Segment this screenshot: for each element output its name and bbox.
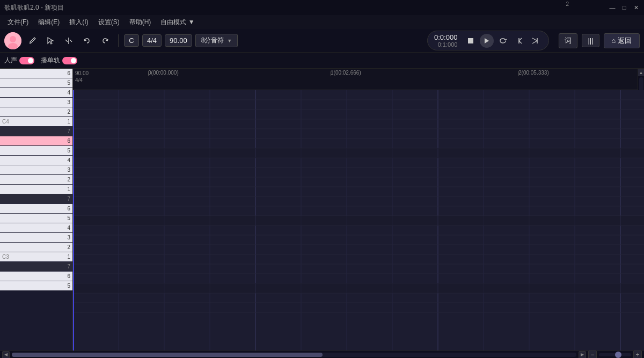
- vocal-button[interactable]: |||: [582, 34, 599, 47]
- piano-key[interactable]: 7: [0, 127, 72, 136]
- note-grid-wrapper[interactable]: [73, 90, 644, 350]
- close-button[interactable]: ✕: [632, 4, 640, 11]
- time-signature[interactable]: 4/4: [142, 34, 162, 47]
- scroll-thumb[interactable]: [12, 353, 323, 357]
- ruler-mark-1: 1(00:02.666): [331, 69, 361, 76]
- ruler-tempo: 90.00: [75, 70, 89, 77]
- svg-point-2: [8, 43, 18, 49]
- voice-track-label: 人声: [4, 56, 34, 65]
- ruler-timesig: 4/4: [75, 77, 89, 84]
- instrument-track-toggle[interactable]: [62, 57, 77, 64]
- transport-section: 0:0:000 0:1:000: [427, 31, 549, 50]
- svg-line-5: [65, 40, 68, 42]
- piano-key[interactable]: 7: [0, 262, 72, 272]
- piano-key[interactable]: 6: [0, 69, 72, 78]
- piano-key[interactable]: 5: [0, 78, 72, 88]
- key-display[interactable]: C: [124, 34, 139, 47]
- piano-key[interactable]: 3: [0, 233, 72, 243]
- avatar[interactable]: [4, 32, 21, 49]
- menu-freemode[interactable]: 自由模式 ▼: [156, 17, 199, 28]
- svg-line-13: [532, 38, 537, 41]
- track-header: 人声 播单轨: [0, 53, 644, 69]
- time-main: 0:0:000: [434, 33, 457, 41]
- piano-key[interactable]: 1: [0, 185, 72, 194]
- piano-key[interactable]: 2: [0, 243, 72, 252]
- scroll-left-button[interactable]: ◀: [2, 351, 10, 359]
- split-tool-button[interactable]: [61, 33, 76, 48]
- piano-key[interactable]: 3: [0, 98, 72, 107]
- lyrics-button[interactable]: 词: [559, 33, 577, 48]
- note-type-dropdown-arrow: ▼: [227, 38, 232, 43]
- undo-button[interactable]: [79, 33, 94, 48]
- piano-key[interactable]: 4: [0, 156, 72, 165]
- app-title: 歌叽歌叽2.0 - 新项目: [4, 3, 64, 12]
- menu-settings[interactable]: 设置(S): [94, 17, 124, 28]
- zoom-slider-thumb[interactable]: [615, 352, 621, 358]
- zoom-slider[interactable]: [599, 353, 631, 356]
- piano-key[interactable]: 4: [0, 88, 72, 98]
- svg-point-1: [10, 36, 16, 42]
- zoom-out-button[interactable]: −: [588, 350, 597, 359]
- time-sub: 0:1:000: [438, 41, 458, 48]
- main-content: 人声 播单轨 6 5 4 3 2 C4 1 7: [0, 53, 644, 358]
- return-button[interactable]: ⌂ 返回: [604, 33, 640, 48]
- piano-keys: 6 5 4 3 2 C4 1 7 6 5 4 3 2 1 7 6: [0, 69, 73, 350]
- maximize-button[interactable]: □: [620, 4, 628, 11]
- voice-track-toggle[interactable]: [19, 57, 34, 64]
- menu-edit[interactable]: 编辑(E): [34, 17, 64, 28]
- zoom-control: − +: [588, 350, 642, 359]
- horizontal-scrollbar: ◀ ▶ − +: [0, 350, 644, 358]
- tempo-display[interactable]: 90.00: [165, 34, 192, 47]
- menu-file[interactable]: 文件(F): [3, 17, 33, 28]
- piano-key[interactable]: 6: [0, 204, 72, 214]
- select-tool-button[interactable]: [43, 33, 58, 48]
- piano-key-c4[interactable]: C4 1: [0, 117, 72, 127]
- ruler-mark-0: 0(00:00.000): [148, 69, 179, 76]
- piano-key[interactable]: 6: [0, 272, 72, 281]
- forward-button[interactable]: [528, 34, 542, 48]
- svg-rect-7: [468, 38, 473, 43]
- note-type-select[interactable]: 8分音符 ▼: [195, 34, 238, 47]
- play-button[interactable]: [480, 34, 494, 48]
- time-display: 0:0:000 0:1:000: [434, 33, 457, 48]
- scroll-right-button[interactable]: ▶: [579, 351, 586, 359]
- separator-1: [118, 34, 119, 47]
- timeline-ruler: 90.00 4/4 0(00:00.000) 1(00:02.666) 2(00…: [73, 69, 644, 90]
- redo-button[interactable]: [98, 33, 113, 48]
- piano-key[interactable]: 5: [0, 214, 72, 223]
- piano-key[interactable]: 2: [0, 175, 72, 185]
- title-bar: 歌叽歌叽2.0 - 新项目 — □ ✕: [0, 0, 644, 15]
- svg-marker-8: [485, 38, 489, 43]
- ruler-info: 90.00 4/4: [75, 70, 89, 84]
- piano-key[interactable]: 5: [0, 281, 72, 291]
- piano-key-c3[interactable]: C3 1: [0, 252, 72, 262]
- stop-button[interactable]: [464, 34, 478, 48]
- loop-button[interactable]: [496, 34, 510, 48]
- toolbar: C 4/4 90.00 8分音符 ▼ 0:0:000 0:1:000: [0, 29, 644, 53]
- right-toolbar: 词 ||| ⌂ 返回: [559, 33, 640, 48]
- menu-help[interactable]: 帮助(H): [125, 17, 156, 28]
- piano-key-highlighted[interactable]: 6: [0, 136, 72, 146]
- ruler-mark-2: 2(00:05.333): [518, 69, 549, 76]
- playhead: [73, 90, 74, 350]
- piano-key[interactable]: 2: [0, 107, 72, 117]
- pencil-tool-button[interactable]: [25, 33, 40, 48]
- piano-key[interactable]: 3: [0, 165, 72, 175]
- minimize-button[interactable]: —: [609, 4, 616, 11]
- grid-background: [73, 90, 644, 350]
- volume-value: 2: [566, 1, 569, 7]
- menu-bar: 文件(F) 编辑(E) 插入(I) 设置(S) 帮助(H) 自由模式 ▼: [0, 15, 644, 29]
- scroll-up-button[interactable]: ▲: [638, 69, 645, 76]
- menu-insert[interactable]: 插入(I): [65, 17, 92, 28]
- grid-area: 90.00 4/4 0(00:00.000) 1(00:02.666) 2(00…: [73, 69, 644, 350]
- rewind-button[interactable]: [512, 34, 526, 48]
- piano-key[interactable]: 5: [0, 146, 72, 156]
- svg-line-6: [70, 40, 72, 42]
- zoom-in-button[interactable]: +: [633, 350, 642, 359]
- scroll-track[interactable]: [12, 353, 576, 357]
- window-controls: — □ ✕: [609, 4, 640, 11]
- piano-key[interactable]: 4: [0, 223, 72, 233]
- svg-line-14: [532, 41, 537, 43]
- piano-roll: 6 5 4 3 2 C4 1 7 6 5 4 3 2 1 7 6: [0, 69, 644, 350]
- piano-key[interactable]: 7: [0, 194, 72, 204]
